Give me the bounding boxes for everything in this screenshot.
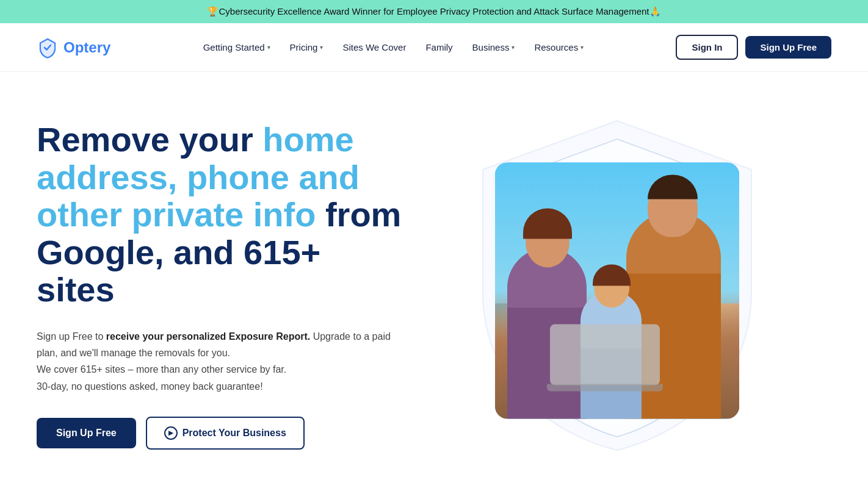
nav-link-getting-started[interactable]: Getting Started ▾	[195, 37, 279, 57]
signin-button[interactable]: Sign In	[676, 35, 738, 60]
nav-item-family: Family	[417, 37, 461, 57]
hero-business-button[interactable]: ▶ Protect Your Business	[146, 417, 305, 450]
nav-links: Getting Started ▾ Pricing ▾ Sites We Cov…	[195, 37, 592, 57]
hero-title: Remove your home address, phone and othe…	[37, 121, 403, 309]
chevron-down-icon: ▾	[580, 44, 584, 51]
signup-button[interactable]: Sign Up Free	[745, 36, 831, 59]
announcement-banner: 🏆Cybersecurity Excellence Award Winner f…	[0, 0, 868, 23]
subtitle-rest2: We cover 615+ sites – more than any othe…	[37, 364, 286, 375]
logo-icon	[37, 37, 59, 59]
nav-link-family[interactable]: Family	[417, 37, 461, 57]
nav-link-resources[interactable]: Resources ▾	[526, 37, 592, 57]
nav-item-resources: Resources ▾	[526, 37, 592, 57]
hero-left: Remove your home address, phone and othe…	[37, 109, 403, 450]
hero-buttons: Sign Up Free ▶ Protect Your Business	[37, 417, 403, 450]
logo-link[interactable]: Optery	[37, 37, 110, 59]
nav-item-pricing: Pricing ▾	[281, 37, 332, 57]
subtitle-intro: Sign up Free to	[37, 331, 106, 342]
chevron-down-icon: ▾	[320, 44, 323, 51]
subtitle-bold: receive your personalized Exposure Repor…	[106, 331, 310, 342]
shield-container	[446, 109, 788, 462]
subtitle-rest3: 30-day, no questions asked, money back g…	[37, 381, 263, 392]
nav-link-pricing[interactable]: Pricing ▾	[281, 37, 332, 57]
nav-item-business: Business ▾	[464, 37, 524, 57]
nav-item-getting-started: Getting Started ▾	[195, 37, 279, 57]
banner-text: 🏆Cybersecurity Excellence Award Winner f…	[207, 6, 660, 16]
chevron-down-icon: ▾	[512, 44, 515, 51]
hero-signup-button[interactable]: Sign Up Free	[37, 418, 136, 448]
navbar: Optery Getting Started ▾ Pricing ▾ Sites…	[0, 23, 868, 72]
play-icon: ▶	[164, 426, 178, 440]
nav-link-sites-we-cover[interactable]: Sites We Cover	[334, 37, 414, 57]
nav-link-business[interactable]: Business ▾	[464, 37, 524, 57]
hero-subtitle: Sign up Free to receive your personalize…	[37, 328, 403, 395]
chevron-down-icon: ▾	[267, 44, 270, 51]
hero-title-part1: Remove your	[37, 120, 262, 159]
family-image	[495, 162, 739, 418]
logo-text: Optery	[63, 39, 110, 56]
family-photo	[495, 162, 739, 418]
hero-section: Remove your home address, phone and othe…	[0, 72, 868, 487]
hero-right	[403, 109, 831, 462]
nav-item-sites-we-cover: Sites We Cover	[334, 37, 414, 57]
nav-actions: Sign In Sign Up Free	[676, 35, 831, 60]
